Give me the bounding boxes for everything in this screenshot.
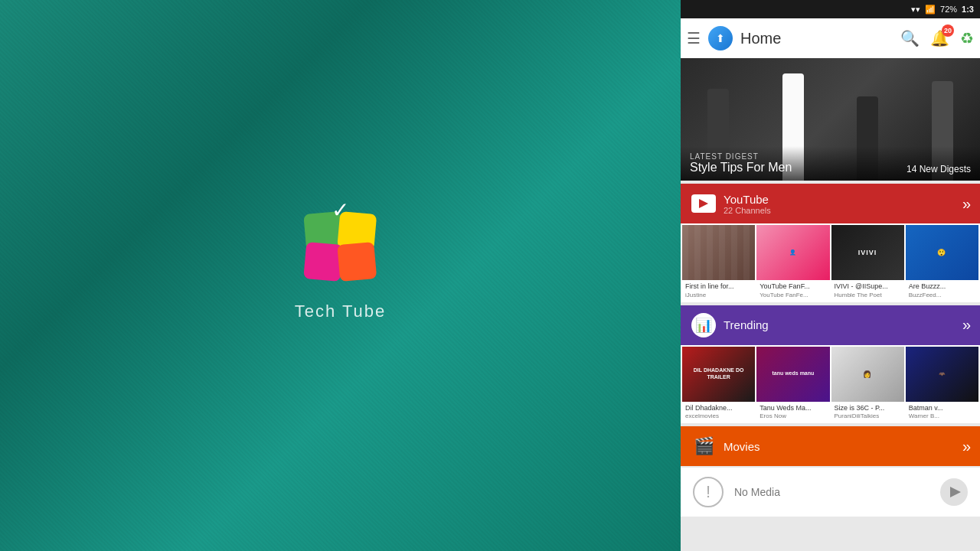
featured-label: Latest Digest: [690, 152, 971, 161]
trend-img-3: 👩: [831, 347, 904, 402]
android-desktop: ✓ Tech Tube: [0, 0, 681, 551]
thumb-info-1: First in line for... iJustine: [682, 280, 755, 301]
app-logo: ✓ Tech Tube: [295, 207, 387, 321]
sq-orange: [337, 242, 377, 282]
trend-img-2: tanu weds manu: [756, 347, 829, 402]
play-triangle-icon: [699, 199, 708, 208]
wifi-icon: ▾▾: [911, 5, 920, 15]
thumb-img-4: 😲: [906, 225, 978, 280]
tanu-overlay: tanu weds manu: [770, 369, 815, 378]
movies-arrow[interactable]: »: [962, 438, 971, 455]
thumb-channel-1: iJustine: [685, 292, 752, 298]
no-media-text: No Media: [734, 486, 929, 498]
movies-icon-wrap: 🎬: [690, 432, 717, 460]
thumb-item-3[interactable]: IVIVI IVIVI - @IISupe... Humble The Poet: [831, 225, 904, 301]
trend-channel-4: Warner B...: [909, 412, 975, 419]
top-bar: ☰ ⬆ Home 🔍 🔔 20 ♻: [681, 18, 980, 58]
logo-icon: ✓: [302, 207, 378, 283]
thumb-img-2: 👤: [756, 225, 829, 280]
trend-info-2: Tanu Weds Ma... Eros Now: [756, 402, 829, 422]
youtube-icon-wrap: [690, 190, 717, 217]
movies-title: Movies: [724, 440, 962, 453]
youtube-arrow[interactable]: »: [962, 195, 971, 213]
trending-thumbnails-row: DIL DHADAKNE DO TRAILER Dil Dhadakne... …: [681, 345, 980, 424]
youtube-thumbnails-row: First in line for... iJustine 👤 YouTube …: [681, 223, 980, 302]
trend-item-3[interactable]: 👩 Size is 36C - P... PuraniDiliTalkies: [831, 347, 904, 422]
thumb-title-1: First in line for...: [685, 282, 752, 292]
trending-section-header[interactable]: 📊 Trending »: [681, 305, 980, 345]
play-button[interactable]: [940, 478, 968, 506]
youtube-section-text: YouTube 22 Channels: [717, 193, 962, 215]
trend-title-3: Size is 36C - P...: [835, 404, 901, 413]
thumb-img-3: IVIVI: [831, 225, 904, 280]
thumb-info-4: Are Buzzz... BuzzFeed...: [906, 280, 978, 301]
thumb-item-1[interactable]: First in line for... iJustine: [682, 225, 755, 301]
status-bar: ▾▾ 📶 72% 1:3: [681, 0, 980, 18]
home-avatar: ⬆: [708, 26, 733, 51]
no-media-icon: !: [693, 477, 724, 507]
refresh-icon[interactable]: ♻: [960, 29, 974, 47]
thumb-item-2[interactable]: 👤 YouTube FanF... YouTube FanFe...: [756, 225, 829, 301]
search-icon[interactable]: 🔍: [900, 29, 920, 47]
vivi-overlay: IVIVI: [858, 249, 877, 256]
thumb-info-2: YouTube FanF... YouTube FanFe...: [756, 280, 829, 301]
thumb-channel-2: YouTube FanFe...: [760, 292, 826, 298]
trend-channel-3: PuraniDiliTalkies: [835, 412, 901, 419]
trending-arrow[interactable]: »: [962, 316, 971, 334]
trend-item-1[interactable]: DIL DHADAKNE DO TRAILER Dil Dhadakne... …: [682, 347, 755, 422]
thumb-channel-4: BuzzFeed...: [909, 292, 975, 298]
dil-overlay: DIL DHADAKNE DO TRAILER: [682, 366, 755, 382]
thumb-title-3: IVIVI - @IISupe...: [835, 282, 901, 292]
youtube-title: YouTube: [724, 193, 962, 206]
avatar-icon: ⬆: [716, 32, 725, 44]
app-name-label: Tech Tube: [295, 302, 387, 321]
thumb-channel-3: Humble The Poet: [835, 292, 901, 298]
thumb-title-2: YouTube FanF...: [760, 282, 826, 292]
trend-info-4: Batman v... Warner B...: [906, 402, 978, 422]
trending-title: Trending: [724, 318, 962, 331]
trend-title-4: Batman v...: [909, 404, 975, 413]
trend-title-1: Dil Dhadakne...: [685, 404, 752, 413]
youtube-play-button: [691, 194, 716, 213]
checkmark-icon: ✓: [332, 197, 349, 223]
thumb-item-4[interactable]: 😲 Are Buzzz... BuzzFeed...: [906, 225, 978, 301]
signal-icon: 📶: [925, 5, 936, 15]
bell-container[interactable]: 🔔 20: [930, 29, 949, 47]
trend-channel-2: Eros Now: [760, 412, 826, 419]
trending-icon-wrap: 📊: [690, 311, 717, 339]
thumb-img-1: [682, 225, 755, 280]
trend-info-3: Size is 36C - P... PuraniDiliTalkies: [831, 402, 904, 422]
trend-img-1: DIL DHADAKNE DO TRAILER: [682, 347, 755, 402]
movies-section-header[interactable]: 🎬 Movies »: [681, 426, 980, 466]
trend-info-1: Dil Dhadakne... excelmovies: [682, 402, 755, 422]
movies-section-text: Movies: [717, 440, 962, 453]
featured-banner[interactable]: Latest Digest Style Tips For Men 14 New …: [681, 58, 980, 181]
thumb-info-3: IVIVI - @IISupe... Humble The Poet: [831, 280, 904, 301]
battery-level: 72%: [940, 5, 957, 14]
app-panel: ▾▾ 📶 72% 1:3 ☰ ⬆ Home 🔍 🔔 20 ♻: [681, 0, 980, 551]
menu-icon[interactable]: ☰: [687, 29, 701, 47]
movies-icon: 🎬: [691, 434, 716, 458]
no-media-row: ! No Media: [681, 468, 980, 517]
notification-badge: 20: [942, 24, 954, 37]
status-time: 1:3: [962, 5, 974, 14]
buzzfeed-overlay: 😲: [937, 249, 946, 256]
trending-section-text: Trending: [717, 318, 962, 331]
trend-img-4: 🦇: [906, 347, 978, 402]
play-triangle-icon: [950, 487, 961, 497]
youtube-subtitle: 22 Channels: [724, 206, 962, 215]
trending-icon: 📊: [691, 313, 716, 337]
person-overlay: 👤: [789, 249, 796, 256]
page-title: Home: [740, 30, 893, 47]
thumb-title-4: Are Buzzz...: [909, 282, 975, 292]
top-bar-actions: 🔍 🔔 20 ♻: [900, 29, 974, 47]
trend-channel-1: excelmovies: [685, 412, 752, 419]
batman-overlay: 🦇: [939, 371, 946, 377]
featured-count: 14 New Digests: [906, 164, 971, 174]
content-area[interactable]: Latest Digest Style Tips For Men 14 New …: [681, 58, 980, 551]
youtube-section-header[interactable]: YouTube 22 Channels »: [681, 184, 980, 223]
trend-item-2[interactable]: tanu weds manu Tanu Weds Ma... Eros Now: [756, 347, 829, 422]
trend-title-2: Tanu Weds Ma...: [760, 404, 826, 413]
size-overlay: 👩: [863, 370, 872, 378]
trend-item-4[interactable]: 🦇 Batman v... Warner B...: [906, 347, 978, 422]
